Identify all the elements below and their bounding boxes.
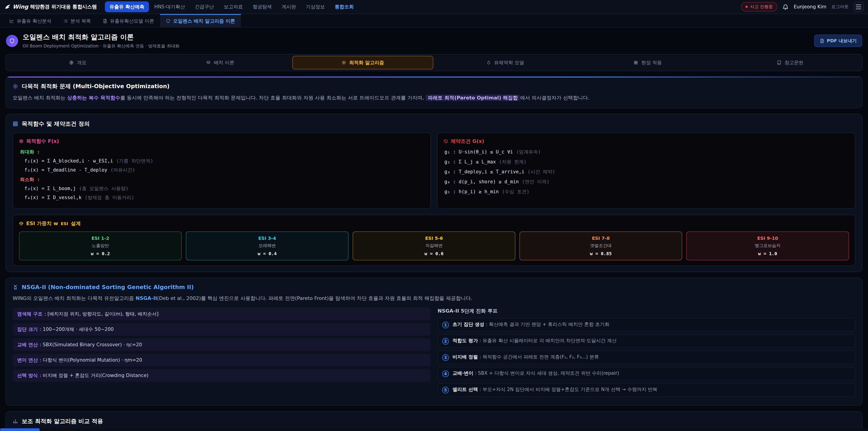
horizontal-scrollbar[interactable] (0, 428, 868, 431)
droplet-icon (487, 60, 491, 65)
nsga2-title: NSGA-II (Non-dominated Sorting Genetic A… (22, 284, 194, 290)
esi-card-3-4: ESI 3-4 모래해변 w = 0.4 (186, 232, 348, 260)
globe-icon (69, 60, 74, 65)
section-tab-overview[interactable]: 개요 (7, 56, 148, 69)
app-title: 해양환경 위기대응 통합시스템 (30, 3, 97, 10)
param-value: : [배치지점 위치, 방향각도, 길이(m), 형태, 배치순서] (44, 311, 158, 317)
loop-step-3: 3 비지배 정렬 : 목적함수 공간에서 파레토 전면 계층(F₁, F₂, F… (438, 350, 855, 364)
formula-panels: 목적함수 F(x) 최대화 : f₁(x) = Σ A_blocked,i · … (13, 132, 855, 209)
topnav-right: 사고 진행중 Eunjeong Kim 로그아웃 (741, 2, 864, 12)
tab-analysis-list[interactable]: 분석 목록 (57, 14, 97, 27)
intro-text: 에서 의사결정자가 선택합니다. (520, 95, 590, 100)
esi-weight: w = 0.2 (22, 251, 179, 256)
incident-status-badge[interactable]: 사고 진행중 (741, 2, 777, 11)
param-label: 변이 연산 (17, 357, 38, 363)
section-tabs: 개요 배치 이론 최적화 알고리즘 유체역학 모델 현장 적용 참고문헌 (5, 54, 863, 71)
nav-item-integrated-search[interactable]: 통합조회 (330, 1, 358, 12)
intro-highlight-pareto: 파레토 최적(Pareto Optimal) 해집합 (426, 94, 520, 101)
nsga2-title-row: NSGA-II (Non-dominated Sorting Genetic A… (13, 284, 855, 290)
bell-icon[interactable] (782, 4, 789, 10)
intro-title: 다목적 최적화 문제 (Multi-Objective Optimization… (22, 83, 169, 90)
esi-card-grid: ESI 1-2 노출암반 w = 0.2 ESI 3-4 모래해변 w = 0.… (19, 232, 849, 260)
esi-weight: w = 0.6 (356, 251, 512, 256)
section-tab-hydrodynamics[interactable]: 유체역학 모델 (435, 56, 576, 69)
algorithm-comparison-card: 보조 최적화 알고리즘 비교 적용 알고리즘 유형 장점 단점 WING 활용 … (5, 411, 863, 431)
intro-text: 를 동시에 만족해야 하는 전형적인 다목적 최적화 문제입니다. 차단 효율 … (120, 95, 426, 100)
tab-label: 유출유확산모델 이론 (110, 18, 154, 24)
nsga2-paragraph: WING의 오일펜스 배치 최적화는 다목적 유전알고리즘 NSGA-II(De… (13, 294, 855, 302)
param-chromosome: 염색체 구조: [배치지점 위치, 방향각도, 길이(m), 형태, 배치순서] (13, 308, 430, 320)
step-number: 4 (442, 370, 449, 377)
formula-note: (연안 이격) (522, 179, 550, 184)
layers-icon (206, 60, 211, 65)
step-text: : 확산예측 결과 기반 랜덤 + 휴리스틱 배치안 혼합 초기화 (486, 321, 610, 327)
constraint-g3: g₃ : T_deploy,i ≤ T_arrive,i(시간 제약) (444, 168, 849, 175)
tab-spill-model-theory[interactable]: 유출유확산모델 이론 (97, 14, 160, 27)
formula-note: (수심 조건) (502, 189, 529, 194)
nav-item-hns-diffusion[interactable]: HNS·대기확산 (150, 1, 190, 12)
nav-item-aerial-search[interactable]: 항공탐색 (248, 1, 276, 12)
main-content: 다목적 최적화 문제 (Multi-Objective Optimization… (0, 76, 868, 431)
nsga2-text: WING의 오일펜스 배치 최적화는 다목적 유전알고리즘 (13, 296, 135, 301)
tab-spill-analysis[interactable]: 유출유 확산분석 (4, 14, 57, 27)
page-title: 오일펜스 배치 최적화 알고리즘 이론 (23, 33, 180, 42)
nav-item-board[interactable]: 게시판 (277, 1, 301, 12)
formula-note: (총 오일펜스 사용량) (79, 186, 129, 191)
nav-item-weather[interactable]: 기상정보 (301, 1, 329, 12)
tab-boom-algorithm-theory[interactable]: 오일펜스 배치 알고리즘 이론 (160, 14, 241, 27)
incident-status-label: 사고 진행중 (750, 4, 773, 10)
esi-shore-type: 갯벌조간대 (523, 243, 679, 249)
step-body: 적합도 평가 : 유출유 확산 시뮬레이터로 각 배치안의 차단면적·도달시간 … (453, 337, 616, 344)
chart-icon (9, 19, 14, 23)
section-tab-deployment-theory[interactable]: 배치 이론 (150, 56, 291, 69)
gear-icon (342, 60, 346, 65)
wing-logo-icon (4, 4, 11, 10)
multi-objective-intro-card: 다목적 최적화 문제 (Multi-Objective Optimization… (5, 76, 863, 108)
param-label: 교배 연산 (17, 342, 38, 347)
intro-highlight-objectives: 상충하는 복수 목적함수 (67, 95, 120, 100)
pdf-export-button[interactable]: PDF 내보내기 (814, 35, 862, 47)
formula-text: g₂ : Σ L_j ≤ L_max (444, 159, 496, 164)
nav-item-spill-prediction[interactable]: 유출유 확산예측 (105, 1, 149, 12)
objective-formula-f2: f₂(x) = T_deadline - T_deploy(여유시간) (24, 167, 425, 173)
step-text: : SBX + 다항식 변이로 자식 세대 생성, 제약조건 위반 수리(rep… (475, 370, 619, 376)
logout-button[interactable]: 로그아웃 (831, 4, 848, 10)
esi-title-row: ESI 가중치 wESI 설계 (19, 220, 849, 227)
param-value: : 다항식 변이(Polynomial Mutation) · ηm=20 (39, 357, 142, 363)
step-text: : 부모+자식 2N 집단에서 비지배 정렬+혼잡도 기준으로 N개 선택 → … (479, 387, 657, 392)
user-name[interactable]: Eunjeong Kim (794, 4, 827, 9)
section-tab-optimization[interactable]: 최적화 알고리즘 (292, 56, 433, 69)
nav-item-emergency-rescue[interactable]: 긴급구난 (190, 1, 218, 12)
nsga2-loop-column: NSGA-II 5단계 진화 루프 1 초기 집단 생성 : 확산예측 결과 기… (438, 308, 855, 399)
tab-label: 유출유 확산분석 (17, 18, 52, 24)
esi-card-7-8: ESI 7-8 갯벌조간대 w = 0.85 (520, 232, 682, 260)
page-subtitle: Oil Boom Deployment Optimization · 유출유 확… (23, 43, 180, 49)
constraint-g1: g₁ : U·sin(θ_i) ≤ U_c ∀i(임계유속) (444, 149, 849, 155)
constraints-panel: 제약조건 G(x) g₁ : U·sin(θ_i) ≤ U_c ∀i(임계유속)… (437, 132, 855, 209)
nsga2-params-list: 염색체 구조: [배치지점 위치, 방향각도, 길이(m), 형태, 배치순서]… (13, 308, 430, 399)
gx-panel-header: 제약조건 G(x) (443, 138, 849, 145)
constraint-g4: g₄ : d(p_i, shore) ≥ d_min(연안 이격) (444, 179, 849, 185)
tab-label: 분석 목록 (70, 18, 91, 24)
section-tab-references[interactable]: 참고문헌 (720, 56, 861, 69)
app-logo[interactable]: Wing 해양환경 위기대응 통합시스템 (4, 3, 97, 10)
scrollbar-thumb[interactable] (0, 428, 40, 431)
comparison-title-row: 보조 최적화 알고리즘 비교 적용 (13, 418, 855, 425)
loop-step-5: 5 엘리트 선택 : 부모+자식 2N 집단에서 비지배 정렬+혼잡도 기준으로… (438, 383, 855, 397)
nav-item-reports[interactable]: 보고자료 (219, 1, 247, 12)
formula-text: f₁(x) = Σ A_blocked,i · w_ESI,i (24, 158, 113, 164)
intro-paragraph: 오일펜스 배치 최적화는 상충하는 복수 목적함수를 동시에 만족해야 하는 전… (13, 94, 855, 102)
hamburger-menu-icon[interactable] (854, 2, 864, 12)
esi-card-1-2: ESI 1-2 노출암반 w = 0.2 (19, 232, 182, 260)
formula-text: f₃(x) = Σ L_boom,j (24, 186, 76, 191)
maximize-label: 최대화 : (20, 149, 425, 155)
loop-step-2: 2 적합도 평가 : 유출유 확산 시뮬레이터로 각 배치안의 차단면적·도달시… (438, 334, 855, 348)
section-tab-field-application[interactable]: 현장 적용 (577, 56, 718, 69)
sub-tabbar: 유출유 확산분석 분석 목록 유출유확산모델 이론 오일펜스 배치 알고리즘 이… (0, 14, 868, 28)
step-title: 비지배 정렬 (453, 354, 478, 360)
pdf-document-icon (819, 39, 824, 43)
target-icon (19, 139, 24, 144)
esi-weight: w = 1.0 (689, 251, 846, 256)
param-crossover: 교배 연산: SBX(Simulated Binary Crossover) ·… (13, 338, 430, 351)
step-number: 5 (442, 387, 449, 394)
